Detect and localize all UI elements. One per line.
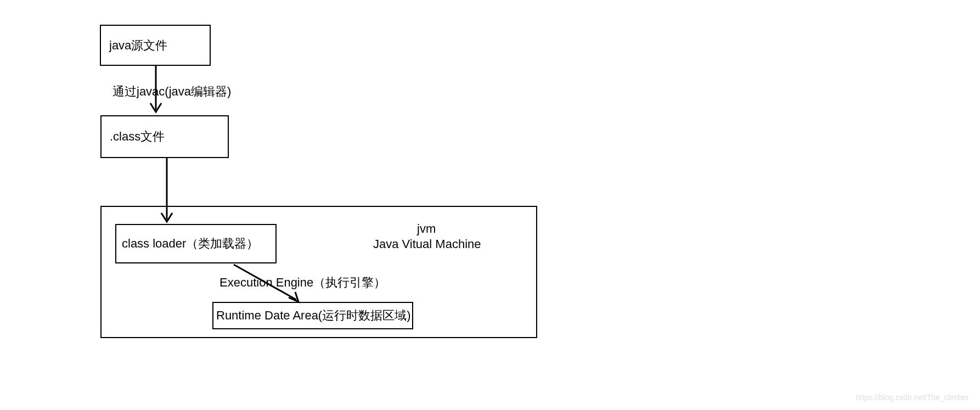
class-file-label: .class文件 (110, 128, 165, 145)
source-file-label: java源文件 (109, 37, 167, 54)
watermark-text: https://blog.csdn.net/The_climber (856, 393, 969, 402)
class-loader-box: class loader（类加载器） (115, 224, 277, 263)
compiler-label: 通过javac(java编辑器) (112, 83, 231, 100)
source-file-box: java源文件 (100, 25, 211, 66)
runtime-area-box: Runtime Date Area(运行时数据区域) (212, 302, 413, 329)
class-loader-label: class loader（类加载器） (122, 235, 258, 252)
jvm-title-line1: jvm (417, 222, 436, 236)
jvm-title-line2: Java Vitual Machine (373, 237, 481, 251)
execution-engine-label: Execution Engine（执行引擎） (219, 274, 386, 291)
runtime-area-label: Runtime Date Area(运行时数据区域) (216, 307, 411, 324)
class-file-box: .class文件 (100, 115, 229, 158)
